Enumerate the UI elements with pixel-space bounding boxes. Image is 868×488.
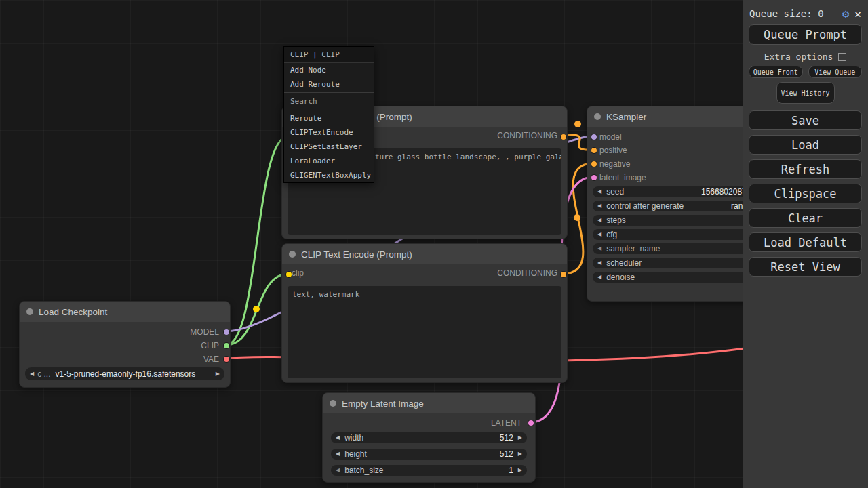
vae-output-port[interactable] [224, 357, 229, 362]
comfy-menu-panel: Queue size: 0 ⚙ ✕ Queue Prompt Extra opt… [743, 0, 868, 488]
menu-item-reroute[interactable]: Reroute [284, 111, 374, 125]
widget-value: 1 [509, 466, 513, 475]
widget-name: denoise [606, 272, 635, 282]
node-load-checkpoint[interactable]: Load Checkpoint MODEL CLIP VAE ◀ c ... v… [19, 301, 231, 388]
node-title: Empty Latent Image [342, 399, 424, 409]
conditioning-output-port[interactable] [561, 272, 566, 277]
load-button[interactable]: Load [749, 135, 862, 155]
positive-input-port[interactable] [591, 148, 597, 153]
output-model: MODEL [20, 325, 230, 339]
menu-separator [284, 110, 374, 110]
widget-name: steps [606, 216, 626, 225]
queue-prompt-button[interactable]: Queue Prompt [749, 24, 862, 45]
prev-value-arrow-icon[interactable]: ◀ [597, 218, 601, 223]
latent-output-port[interactable] [528, 420, 534, 426]
prev-value-arrow-icon[interactable]: ◀ [597, 203, 601, 209]
conditioning-output-port[interactable] [561, 134, 566, 140]
clip-input-port[interactable] [286, 272, 292, 277]
widget-label: c ... [37, 369, 50, 379]
node-title-bar[interactable]: CLIP Text Encode (Prompt) [282, 244, 567, 264]
node-title: KSampler [606, 112, 646, 122]
clear-button[interactable]: Clear [749, 208, 862, 228]
model-output-port[interactable] [224, 329, 229, 335]
clipspace-button[interactable]: Clipspace [749, 184, 862, 203]
node-clip-text-encode-bottom[interactable]: CLIP Text Encode (Prompt) clip CONDITION… [281, 243, 568, 383]
refresh-button[interactable]: Refresh [749, 159, 862, 179]
menu-item-cliptextencode[interactable]: CLIPTextEncode [284, 125, 374, 140]
menu-separator [284, 92, 374, 93]
prev-value-arrow-icon[interactable]: ◀ [597, 260, 601, 266]
node-collapse-dot[interactable] [330, 400, 336, 407]
widget-name: width [344, 433, 363, 443]
link-dot-negative [574, 214, 580, 221]
context-menu: CLIP | CLIP Add Node Add Reroute Search … [283, 46, 374, 183]
prev-value-arrow-icon[interactable]: ◀ [336, 435, 340, 441]
reset-view-button[interactable]: Reset View [749, 257, 862, 277]
prev-value-arrow-icon[interactable]: ◀ [597, 189, 601, 195]
prev-value-arrow-icon[interactable]: ◀ [336, 468, 340, 473]
queue-front-button[interactable]: Queue Front [749, 66, 803, 78]
save-button[interactable]: Save [749, 110, 862, 130]
wire-clip-to-top-encode [226, 136, 288, 345]
width-widget[interactable]: ◀ width 512 ▶ [331, 432, 527, 443]
output-vae: VAE [20, 352, 230, 366]
queue-size-label: Queue size: 0 [749, 8, 837, 19]
output-latent-label: LATENT [323, 416, 535, 430]
prev-value-arrow-icon[interactable]: ◀ [30, 371, 34, 377]
batch-size-widget[interactable]: ◀ batch_size 1 ▶ [331, 465, 527, 476]
widget-value: v1-5-pruned-emaonly-fp16.safetensors [56, 369, 196, 379]
menu-item-loraloader[interactable]: LoraLoader [284, 154, 374, 168]
output-clip: CLIP [20, 339, 230, 352]
model-input-port[interactable] [591, 134, 597, 140]
widget-name: scheduler [606, 258, 642, 268]
context-menu-title: CLIP | CLIP [284, 47, 374, 63]
wire-clip-to-bottom-encode [226, 274, 288, 345]
prev-value-arrow-icon[interactable]: ◀ [336, 451, 340, 457]
next-value-arrow-icon[interactable]: ▶ [518, 435, 522, 441]
node-collapse-dot[interactable] [26, 308, 33, 315]
menu-item-add-node[interactable]: Add Node [284, 63, 374, 77]
menu-item-add-reroute[interactable]: Add Reroute [284, 77, 374, 92]
node-title-bar[interactable]: Load Checkpoint [20, 302, 230, 322]
next-value-arrow-icon[interactable]: ▶ [518, 451, 522, 457]
link-dot-clip [253, 306, 260, 312]
height-widget[interactable]: ◀ height 512 ▶ [331, 449, 527, 460]
widget-value: 1566802087 [701, 187, 747, 197]
next-value-arrow-icon[interactable]: ▶ [518, 468, 522, 473]
menu-search-input[interactable]: Search [284, 94, 374, 109]
latent-image-input-port[interactable] [591, 175, 597, 180]
close-menu-icon[interactable]: ✕ [854, 7, 861, 20]
ckpt-name-widget[interactable]: ◀ c ... v1-5-pruned-emaonly-fp16.safeten… [25, 367, 224, 380]
prev-value-arrow-icon[interactable]: ◀ [597, 232, 601, 237]
prev-value-arrow-icon[interactable]: ◀ [597, 274, 601, 280]
view-queue-button[interactable]: View Queue [808, 66, 863, 78]
menu-item-clipsetlastlayer[interactable]: CLIPSetLastLayer [284, 140, 374, 154]
link-dot-positive [574, 121, 581, 127]
prev-value-arrow-icon[interactable]: ◀ [597, 246, 601, 251]
extra-options-checkbox[interactable] [838, 53, 846, 61]
widget-value: 512 [500, 433, 513, 443]
input-clip-label: clip [292, 268, 304, 278]
widget-name: height [344, 449, 367, 459]
load-default-button[interactable]: Load Default [749, 232, 862, 252]
node-title-bar[interactable]: Empty Latent Image [323, 393, 535, 413]
node-title: Load Checkpoint [39, 307, 107, 317]
node-empty-latent-image[interactable]: Empty Latent Image LATENT ◀ width 512 ▶ … [322, 392, 536, 483]
prompt-textarea[interactable]: text, watermark [288, 286, 561, 378]
view-history-button[interactable]: View History [776, 82, 835, 104]
output-conditioning-label: CONDITIONING [497, 131, 557, 140]
extra-options-label: Extra options [764, 52, 833, 62]
settings-gear-icon[interactable]: ⚙ [842, 7, 849, 20]
widget-name: batch_size [344, 466, 383, 475]
widget-name: cfg [606, 230, 617, 239]
node-collapse-dot[interactable] [594, 113, 601, 120]
widget-name: sampler_name [606, 244, 660, 253]
next-value-arrow-icon[interactable]: ▶ [216, 371, 220, 377]
widget-name: seed [606, 187, 624, 197]
node-collapse-dot[interactable] [289, 251, 296, 258]
clip-output-port[interactable] [224, 343, 229, 348]
negative-input-port[interactable] [591, 161, 597, 167]
menu-item-gligentextboxapply[interactable]: GLIGENTextBoxApply [284, 168, 374, 182]
node-graph-canvas[interactable]: Load Checkpoint MODEL CLIP VAE ◀ c ... v… [0, 0, 868, 488]
widget-name: control after generate [606, 201, 684, 211]
